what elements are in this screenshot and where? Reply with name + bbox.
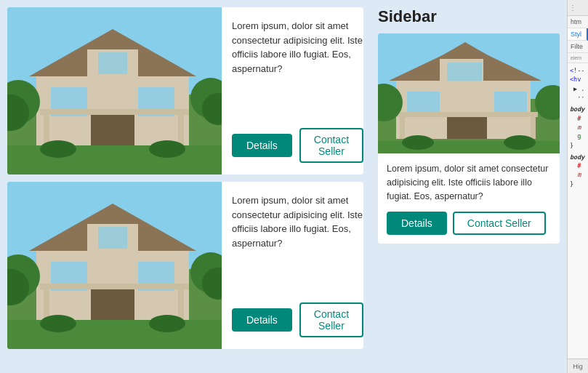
code-line-2: <hv (570, 75, 586, 84)
code-line-1: <!-- (570, 66, 586, 75)
svg-point-43 (149, 315, 185, 332)
devtools-panel: ⋮ htm Styl Filte elem <!-- <hv ▶ ... ···… (567, 0, 588, 373)
svg-rect-37 (7, 320, 222, 349)
devtools-tab-element: elem (568, 53, 588, 63)
sidebar-details-button[interactable]: Details (387, 212, 447, 235)
code-line-13: } (570, 180, 586, 188)
devtools-tabs: htm Styl Filte elem (568, 16, 588, 63)
svg-rect-34 (40, 284, 189, 289)
sidebar-title: Sidebar (378, 7, 560, 26)
listing-description-2: Lorem ipsum, dolor sit amet consectetur … (232, 193, 363, 250)
svg-rect-28 (98, 227, 127, 249)
listing-card-1: Lorem ipsum, dolor sit amet consectetur … (7, 7, 363, 175)
sidebar-listing-image (378, 33, 560, 153)
devtools-tab-html[interactable]: htm (568, 16, 588, 28)
devtools-code: <!-- <hv ▶ ... ··· body # m g } body # m… (568, 63, 588, 358)
listing-card-2: Lorem ipsum, dolor sit amet consectetur … (7, 182, 363, 349)
code-line-8: g (570, 132, 586, 140)
devtools-toolbar: ⋮ (568, 0, 588, 16)
svg-rect-15 (7, 145, 222, 175)
svg-rect-12 (40, 109, 189, 115)
sidebar-buttons: Details Contact Seller (387, 212, 551, 235)
devtools-bottom-bar: Hig (568, 358, 588, 373)
listing-image-1 (7, 7, 222, 175)
listing-buttons-2: Details Contact Seller (232, 302, 363, 337)
listing-buttons-1: Details Contact Seller (232, 128, 363, 163)
svg-point-61 (504, 135, 536, 150)
listing-info-2: Lorem ipsum, dolor sit amet consectetur … (222, 182, 363, 349)
svg-rect-53 (447, 113, 487, 139)
code-line-12: m (570, 170, 586, 179)
code-line-5: body (570, 105, 586, 113)
svg-point-60 (402, 135, 434, 150)
svg-rect-56 (396, 112, 538, 117)
code-line-10: body (570, 153, 586, 161)
code-line-4: ··· (570, 93, 586, 102)
svg-rect-6 (98, 52, 127, 74)
listing-image-2 (7, 182, 222, 349)
sidebar-panel: Sidebar (371, 0, 567, 373)
code-line-7: m (570, 123, 586, 132)
svg-point-42 (40, 315, 76, 332)
details-button-1[interactable]: Details (232, 134, 292, 157)
code-line-9: } (570, 141, 586, 150)
sidebar-listing-info: Lorem ipsum, dolor sit amet consectetur … (378, 153, 560, 244)
sidebar-contact-button[interactable]: Contact Seller (453, 212, 546, 235)
contact-button-1[interactable]: Contact Seller (299, 128, 363, 163)
code-line-3: ▶ ... (570, 84, 586, 93)
contact-button-2[interactable]: Contact Seller (299, 302, 363, 337)
listing-info-1: Lorem ipsum, dolor sit amet consectetur … (222, 7, 363, 175)
svg-point-20 (40, 140, 76, 158)
devtools-bottom-label: Hig (573, 363, 583, 370)
devtools-tab-styles[interactable]: Styl (568, 28, 588, 41)
listing-description-1: Lorem ipsum, dolor sit amet consectetur … (232, 19, 363, 76)
details-button-2[interactable]: Details (232, 308, 292, 332)
code-line-6: # (570, 114, 586, 123)
svg-point-21 (149, 140, 185, 158)
devtools-menu-icon[interactable]: ⋮ (569, 4, 576, 12)
main-content: Lorem ipsum, dolor sit amet consectetur … (0, 0, 371, 373)
sidebar-card: Lorem ipsum, dolor sit amet consectetur … (378, 33, 560, 244)
code-line-11: # (570, 161, 586, 170)
svg-rect-50 (447, 63, 482, 81)
devtools-tab-filter[interactable]: Filte (568, 41, 588, 53)
sidebar-description: Lorem ipsum, dolor sit amet consectetur … (387, 162, 551, 203)
